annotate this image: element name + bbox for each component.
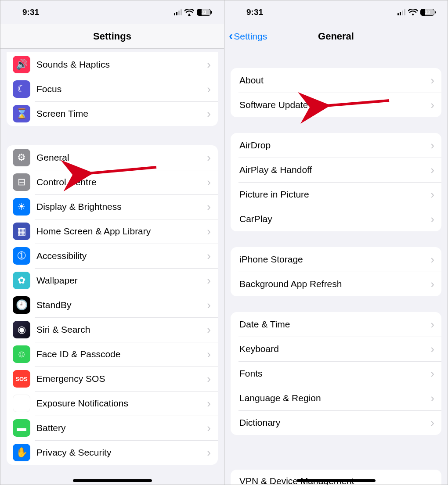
chevron-right-icon: › — [207, 421, 211, 435]
general-row-about[interactable]: About› — [231, 68, 441, 93]
row-label: Sounds & Haptics — [36, 59, 207, 70]
row-label: Background App Refresh — [239, 279, 430, 289]
settings-row-control-centre[interactable]: ⊟Control Centre› — [7, 170, 218, 194]
general-row-carplay[interactable]: CarPlay› — [231, 207, 441, 231]
settings-row-display-brightness[interactable]: ☀Display & Brightness› — [7, 194, 218, 219]
chevron-right-icon: › — [430, 342, 434, 356]
cellular-icon — [397, 9, 405, 15]
chevron-right-icon: › — [207, 151, 211, 165]
back-label: Settings — [234, 31, 267, 42]
row-label: Fonts — [239, 368, 430, 379]
chevron-right-icon: › — [430, 277, 434, 291]
cellular-icon — [174, 9, 182, 15]
chevron-right-icon: › — [207, 83, 211, 96]
chevron-right-icon: › — [430, 392, 434, 405]
general-row-dictionary[interactable]: Dictionary› — [231, 410, 441, 435]
svg-point-2 — [412, 14, 414, 15]
row-label: Emergency SOS — [36, 374, 207, 384]
settings-screen: 9:31 33 Settings 🔊Sounds & Haptics›☾Focu… — [0, 0, 224, 485]
chevron-right-icon: › — [430, 98, 434, 112]
general-row-iphone-storage[interactable]: iPhone Storage› — [231, 247, 441, 272]
settings-row-emergency-sos[interactable]: SOSEmergency SOS› — [7, 366, 218, 391]
settings-group-general: ⚙General›⊟Control Centre›☀Display & Brig… — [7, 145, 218, 465]
general-group-locale: Date & Time›Keyboard›Fonts›Language & Re… — [231, 312, 441, 435]
chevron-right-icon: › — [430, 163, 434, 177]
standby-icon: 🕘 — [13, 296, 30, 314]
row-label: Screen Time — [36, 108, 207, 119]
settings-row-screen-time[interactable]: ⌛Screen Time› — [7, 101, 218, 126]
general-row-airplay-handoff[interactable]: AirPlay & Handoff› — [231, 158, 441, 182]
settings-row-privacy-security[interactable]: ✋Privacy & Security› — [7, 440, 218, 465]
page-title: General — [318, 31, 354, 42]
nav-header: ‹ Settings General — [224, 24, 448, 49]
settings-row-face-id-passcode[interactable]: ☺Face ID & Passcode› — [7, 342, 218, 366]
settings-row-sounds-haptics[interactable]: 🔊Sounds & Haptics› — [7, 52, 218, 77]
settings-row-battery[interactable]: ▬Battery› — [7, 416, 218, 440]
row-label: Dictionary — [239, 417, 430, 428]
general-row-airdrop[interactable]: AirDrop› — [231, 133, 441, 158]
chevron-right-icon: › — [207, 176, 211, 189]
settings-row-siri-search[interactable]: ◉Siri & Search› — [7, 317, 218, 342]
chevron-right-icon: › — [207, 225, 211, 238]
row-label: AirPlay & Handoff — [239, 165, 430, 175]
general-row-language-region[interactable]: Language & Region› — [231, 386, 441, 410]
row-label: About — [239, 75, 430, 86]
general-group-about: About›Software Update› — [231, 68, 441, 117]
settings-row-focus[interactable]: ☾Focus› — [7, 77, 218, 101]
row-label: Control Centre — [36, 177, 207, 187]
settings-row-standby[interactable]: 🕘StandBy› — [7, 293, 218, 317]
screentime-icon: ⌛ — [13, 105, 30, 122]
row-label: Picture in Picture — [239, 189, 430, 200]
settings-row-wallpaper[interactable]: ✿Wallpaper› — [7, 268, 218, 293]
settings-row-home-screen-app-library[interactable]: ▦Home Screen & App Library› — [7, 219, 218, 244]
control-icon: ⊟ — [13, 173, 30, 191]
row-label: Language & Region — [239, 393, 430, 403]
row-label: Date & Time — [239, 319, 430, 330]
settings-group-personal: 🔊Sounds & Haptics›☾Focus›⌛Screen Time› — [7, 52, 218, 126]
row-label: Exposure Notifications — [36, 398, 207, 409]
display-icon: ☀ — [13, 198, 30, 216]
general-row-fonts[interactable]: Fonts› — [231, 361, 441, 386]
general-row-date-time[interactable]: Date & Time› — [231, 312, 441, 337]
general-list[interactable]: About›Software Update› AirDrop›AirPlay &… — [224, 49, 448, 485]
row-label: General — [36, 152, 207, 163]
general-row-background-app-refresh[interactable]: Background App Refresh› — [231, 272, 441, 296]
chevron-right-icon: › — [430, 253, 434, 266]
back-button[interactable]: ‹ Settings — [229, 24, 267, 48]
row-label: Battery — [36, 423, 207, 433]
page-title: Settings — [93, 31, 131, 42]
chevron-right-icon: › — [207, 249, 211, 263]
wallpaper-icon: ✿ — [13, 272, 30, 289]
general-row-keyboard[interactable]: Keyboard› — [231, 337, 441, 361]
access-icon: ➀ — [13, 247, 30, 265]
general-group-connect: AirDrop›AirPlay & Handoff›Picture in Pic… — [231, 133, 441, 231]
chevron-right-icon: › — [207, 348, 211, 361]
chevron-right-icon: › — [207, 107, 211, 121]
general-row-software-update[interactable]: Software Update› — [231, 93, 441, 117]
wifi-icon — [408, 9, 418, 16]
settings-row-general[interactable]: ⚙General› — [7, 145, 218, 170]
chevron-right-icon: › — [207, 200, 211, 214]
status-bar: 9:31 33 — [0, 0, 224, 24]
general-row-picture-in-picture[interactable]: Picture in Picture› — [231, 182, 441, 207]
wifi-icon — [184, 9, 194, 16]
home-indicator — [73, 479, 152, 482]
row-label: AirDrop — [239, 140, 430, 151]
general-screen: 9:31 33 ‹ Settings General About›Softwar… — [224, 0, 448, 485]
battery-icon: 33 — [197, 9, 211, 16]
row-label: Siri & Search — [36, 324, 207, 335]
chevron-right-icon: › — [430, 188, 434, 201]
battery-icon: ▬ — [13, 419, 30, 437]
general-row-vpn[interactable]: VPN & Device Management — [231, 470, 441, 485]
exposure-icon: ☀ — [13, 395, 30, 412]
settings-list[interactable]: 🔊Sounds & Haptics›☾Focus›⌛Screen Time› ⚙… — [0, 49, 224, 485]
row-label: iPhone Storage — [239, 254, 430, 265]
general-group-storage: iPhone Storage›Background App Refresh› — [231, 247, 441, 296]
row-label: Keyboard — [239, 344, 430, 354]
general-icon: ⚙ — [13, 149, 30, 166]
chevron-right-icon: › — [430, 318, 434, 331]
home-icon: ▦ — [13, 223, 30, 240]
settings-row-exposure-notifications[interactable]: ☀Exposure Notifications› — [7, 391, 218, 416]
chevron-right-icon: › — [430, 416, 434, 430]
settings-row-accessibility[interactable]: ➀Accessibility› — [7, 244, 218, 268]
